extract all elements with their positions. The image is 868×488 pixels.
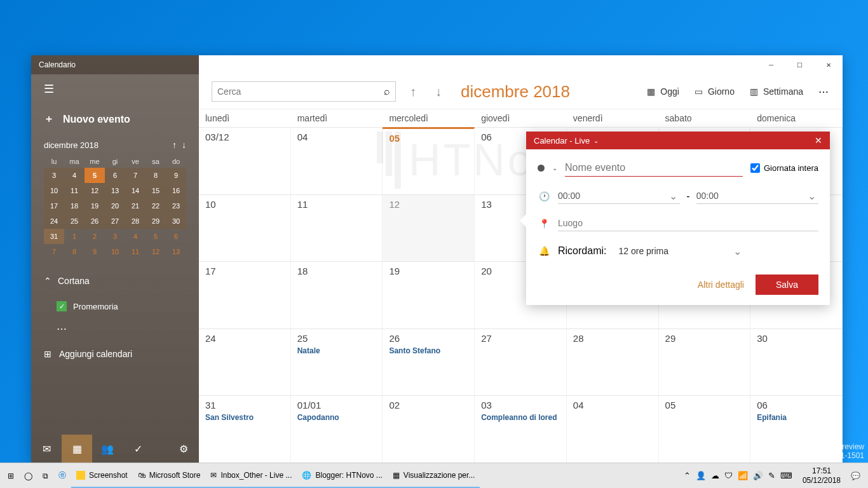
location-input[interactable] — [558, 215, 818, 231]
color-dot-icon[interactable] — [538, 165, 545, 172]
week-view-button[interactable]: ▥Settimana — [750, 86, 803, 97]
chevron-down-icon[interactable]: ⌄ — [552, 165, 557, 172]
calendar-cell[interactable]: 01/01Capodanno — [291, 395, 383, 463]
tray-volume-icon[interactable]: 🔊 — [753, 471, 763, 480]
mini-day-cell[interactable]: 30 — [166, 214, 186, 229]
cortana-section[interactable]: ⌃ Cortana — [31, 267, 199, 295]
mini-day-cell[interactable]: 22 — [146, 198, 166, 214]
mini-day-cell[interactable]: 17 — [44, 198, 64, 214]
todo-icon[interactable]: ✓ — [123, 435, 153, 463]
taskbar-clock[interactable]: 17:51 05/12/2018 — [797, 466, 846, 485]
mini-day-cell[interactable]: 9 — [85, 244, 105, 259]
calendar-cell[interactable]: 24 — [199, 329, 291, 396]
taskbar-app-explorer[interactable]: Screenshot — [71, 463, 133, 488]
calendar-cell[interactable]: 30 — [750, 329, 843, 396]
remind-select[interactable] — [614, 243, 745, 259]
calendar-cell[interactable]: 25Natale — [291, 329, 383, 396]
mini-day-cell[interactable]: 2 — [85, 229, 105, 244]
taskview-icon[interactable]: ⧉ — [37, 463, 53, 488]
mini-day-cell[interactable]: 12 — [146, 244, 166, 259]
mini-day-cell[interactable]: 13 — [166, 244, 186, 259]
mini-day-cell[interactable]: 15 — [146, 183, 166, 198]
mini-day-cell[interactable]: 4 — [64, 168, 85, 183]
reminders-item[interactable]: ✓ Promemoria — [31, 295, 199, 318]
allday-checkbox[interactable]: Giornata intera — [750, 163, 818, 173]
mini-day-cell[interactable]: 14 — [125, 183, 146, 198]
cell-event[interactable]: Capodanno — [297, 413, 376, 422]
cell-event[interactable]: San Silvestro — [205, 413, 284, 422]
end-time-input[interactable] — [696, 188, 818, 204]
calendar-cell[interactable]: 27 — [475, 329, 567, 396]
mini-day-cell[interactable]: 1 — [64, 229, 85, 244]
maximize-button[interactable]: ☐ — [785, 55, 814, 74]
event-name-input[interactable] — [565, 159, 743, 177]
calendar-cell[interactable]: 18 — [291, 261, 383, 329]
calendar-icon[interactable]: ▦ — [62, 435, 92, 463]
calendar-cell[interactable]: 12 — [383, 194, 475, 262]
mail-icon[interactable]: ✉ — [31, 435, 62, 463]
mini-day-cell[interactable]: 9 — [166, 168, 186, 183]
checkbox-checked-icon[interactable]: ✓ — [57, 301, 67, 311]
cortana-taskbar-icon[interactable]: ◯ — [19, 463, 37, 488]
mini-day-cell[interactable]: 8 — [64, 244, 85, 259]
hamburger-icon[interactable]: ☰ — [31, 74, 199, 104]
mini-day-cell[interactable]: 24 — [44, 214, 64, 229]
allday-check[interactable] — [750, 163, 760, 173]
more-calendars-icon[interactable]: ⋯ — [31, 318, 199, 340]
add-calendars-button[interactable]: ⊞ Aggiungi calendari — [31, 340, 199, 368]
mini-day-cell[interactable]: 31 — [44, 229, 64, 244]
taskbar-app-mail[interactable]: ✉Inbox_Other - Live ... — [205, 463, 297, 488]
mini-day-cell[interactable]: 19 — [85, 198, 105, 214]
mini-day-cell[interactable]: 16 — [166, 183, 186, 198]
mini-prev-icon[interactable]: ↑ — [172, 140, 177, 150]
mini-day-cell[interactable]: 3 — [44, 168, 64, 183]
popup-header[interactable]: Calendar - Live ⌄ ✕ — [526, 132, 830, 149]
next-month-icon[interactable]: ↓ — [430, 82, 447, 102]
mini-month-label[interactable]: dicembre 2018 — [44, 140, 98, 150]
tray-onedrive-icon[interactable]: ☁ — [711, 471, 719, 480]
mini-day-cell[interactable]: 18 — [64, 198, 85, 214]
mini-day-cell[interactable]: 5 — [85, 168, 105, 183]
search-icon[interactable]: ⌕ — [384, 86, 390, 97]
calendar-cell[interactable]: 26Santo Stefano — [383, 329, 475, 396]
save-button[interactable]: Salva — [756, 274, 818, 295]
mini-day-cell[interactable]: 10 — [44, 183, 64, 198]
tray-network-icon[interactable]: 📶 — [738, 471, 748, 480]
mini-day-cell[interactable]: 13 — [105, 183, 125, 198]
cell-event[interactable]: Santo Stefano — [389, 346, 468, 355]
calendar-cell[interactable]: 29 — [659, 329, 751, 396]
mini-day-cell[interactable]: 8 — [146, 168, 166, 183]
calendar-cell[interactable]: 10 — [199, 194, 291, 262]
calendar-cell[interactable]: 11 — [291, 194, 383, 262]
calendar-cell[interactable]: 04 — [567, 395, 659, 463]
settings-icon[interactable]: ⚙ — [168, 435, 199, 463]
start-button[interactable]: ⊞ — [3, 463, 19, 488]
cell-event[interactable]: Epifania — [757, 413, 836, 422]
mini-day-cell[interactable]: 23 — [166, 198, 186, 214]
calendar-cell[interactable]: 03/12 — [199, 127, 291, 194]
calendar-cell[interactable]: 05 — [383, 127, 475, 194]
mini-day-cell[interactable]: 3 — [105, 229, 125, 244]
month-title[interactable]: dicembre 2018 — [461, 82, 570, 102]
calendar-cell[interactable]: 03Compleanno di lored — [475, 395, 567, 463]
calendar-cell[interactable]: 04 — [291, 127, 383, 194]
tray-people-icon[interactable]: 👤 — [696, 471, 706, 480]
more-icon[interactable]: ⋯ — [818, 86, 830, 98]
calendar-cell[interactable]: 19 — [383, 261, 475, 329]
cell-event[interactable]: Natale — [297, 346, 376, 355]
today-button[interactable]: ▦Oggi — [647, 86, 679, 97]
search-input[interactable] — [217, 86, 384, 97]
calendar-cell[interactable]: 17 — [199, 261, 291, 329]
prev-month-icon[interactable]: ↑ — [405, 82, 421, 102]
mini-day-cell[interactable]: 25 — [64, 214, 85, 229]
calendar-cell[interactable]: 02 — [383, 395, 475, 463]
close-button[interactable]: ✕ — [814, 55, 843, 74]
tray-defender-icon[interactable]: 🛡 — [724, 471, 733, 480]
mini-day-cell[interactable]: 20 — [105, 198, 125, 214]
mini-day-cell[interactable]: 21 — [125, 198, 146, 214]
minimize-button[interactable]: ─ — [757, 55, 785, 74]
tray-keyboard-icon[interactable]: ⌨ — [780, 471, 792, 480]
more-details-link[interactable]: Altri dettagli — [698, 280, 744, 290]
mini-next-icon[interactable]: ↓ — [182, 140, 186, 150]
taskbar-app-chrome[interactable]: 🌐Blogger: HTNovo ... — [297, 463, 387, 488]
